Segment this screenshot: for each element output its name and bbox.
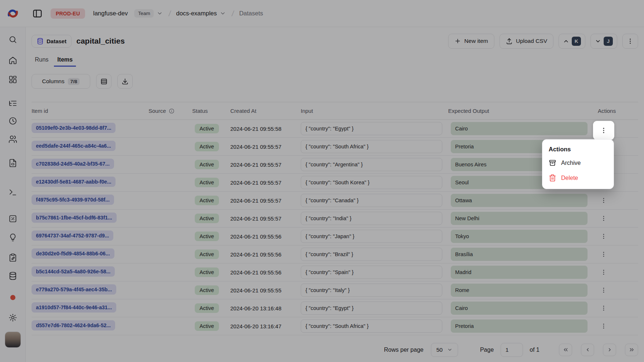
kebab-icon [600,127,607,134]
row-actions-button-active[interactable] [593,121,614,140]
archive-icon [549,159,556,167]
trash-icon [549,174,556,182]
menu-item-delete[interactable]: Delete [542,170,614,185]
row-actions-menu: Actions Archive Delete [542,139,614,189]
menu-title: Actions [542,141,614,155]
menu-item-archive[interactable]: Archive [542,155,614,170]
